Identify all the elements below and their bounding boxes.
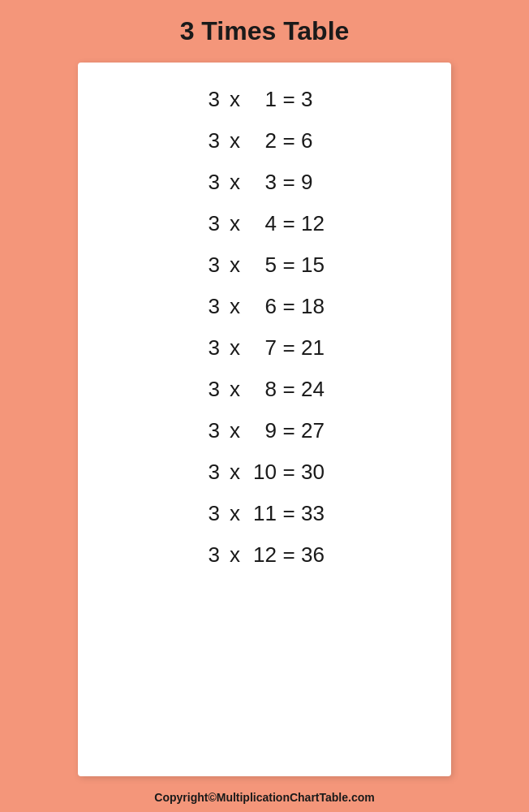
equals-operator: = [277, 542, 301, 568]
result-number: 33 [301, 501, 333, 526]
times-operator: x [220, 170, 244, 195]
equals-operator: = [277, 418, 301, 443]
multiplier-number: 2 [244, 128, 277, 153]
multiplier-number: 10 [244, 460, 277, 485]
base-number: 3 [196, 170, 220, 195]
times-operator: x [220, 377, 244, 402]
multiplier-number: 6 [244, 294, 277, 319]
multiplier-number: 3 [244, 170, 277, 195]
multiplication-row: 3 x 12 = 36 [110, 534, 419, 576]
times-operator: x [220, 253, 244, 278]
times-table-card: 3 x 1 = 3 3 x 2 = 6 3 x 3 = 9 3 x 4 = 12… [78, 63, 451, 776]
multiplication-row: 3 x 6 = 18 [110, 286, 419, 327]
base-number: 3 [196, 542, 220, 568]
multiplication-row: 3 x 1 = 3 [110, 79, 419, 120]
equals-operator: = [277, 211, 301, 236]
base-number: 3 [196, 335, 220, 361]
result-number: 18 [301, 294, 333, 319]
base-number: 3 [196, 501, 220, 526]
times-operator: x [220, 542, 244, 568]
multiplication-row: 3 x 9 = 27 [110, 410, 419, 451]
equals-operator: = [277, 460, 301, 485]
multiplier-number: 4 [244, 211, 277, 236]
result-number: 24 [301, 377, 333, 402]
result-number: 27 [301, 418, 333, 443]
equals-operator: = [277, 377, 301, 402]
result-number: 30 [301, 460, 333, 485]
page-title: 3 Times Table [180, 16, 350, 46]
times-operator: x [220, 87, 244, 112]
times-operator: x [220, 128, 244, 153]
times-operator: x [220, 501, 244, 526]
multiplier-number: 11 [244, 501, 277, 526]
result-number: 21 [301, 335, 333, 361]
multiplier-number: 8 [244, 377, 277, 402]
equals-operator: = [277, 294, 301, 319]
multiplication-row: 3 x 7 = 21 [110, 327, 419, 369]
equals-operator: = [277, 87, 301, 112]
base-number: 3 [196, 253, 220, 278]
multiplier-number: 12 [244, 542, 277, 568]
result-number: 15 [301, 253, 333, 278]
times-operator: x [220, 460, 244, 485]
result-number: 36 [301, 542, 333, 568]
multiplication-row: 3 x 10 = 30 [110, 451, 419, 493]
footer-copyright: Copyright©MultiplicationChartTable.com [154, 791, 374, 804]
multiplier-number: 9 [244, 418, 277, 443]
result-number: 12 [301, 211, 333, 236]
multiplier-number: 5 [244, 253, 277, 278]
equals-operator: = [277, 128, 301, 153]
equals-operator: = [277, 253, 301, 278]
result-number: 6 [301, 128, 333, 153]
base-number: 3 [196, 418, 220, 443]
base-number: 3 [196, 128, 220, 153]
multiplication-row: 3 x 4 = 12 [110, 203, 419, 244]
equals-operator: = [277, 170, 301, 195]
result-number: 3 [301, 87, 333, 112]
result-number: 9 [301, 170, 333, 195]
base-number: 3 [196, 377, 220, 402]
multiplication-row: 3 x 5 = 15 [110, 244, 419, 286]
multiplier-number: 7 [244, 335, 277, 361]
multiplier-number: 1 [244, 87, 277, 112]
base-number: 3 [196, 211, 220, 236]
base-number: 3 [196, 460, 220, 485]
times-operator: x [220, 335, 244, 361]
multiplication-row: 3 x 8 = 24 [110, 369, 419, 410]
times-operator: x [220, 211, 244, 236]
times-operator: x [220, 294, 244, 319]
base-number: 3 [196, 294, 220, 319]
base-number: 3 [196, 87, 220, 112]
times-operator: x [220, 418, 244, 443]
multiplication-row: 3 x 11 = 33 [110, 493, 419, 534]
equals-operator: = [277, 501, 301, 526]
multiplication-row: 3 x 2 = 6 [110, 120, 419, 162]
multiplication-row: 3 x 3 = 9 [110, 162, 419, 203]
equals-operator: = [277, 335, 301, 361]
